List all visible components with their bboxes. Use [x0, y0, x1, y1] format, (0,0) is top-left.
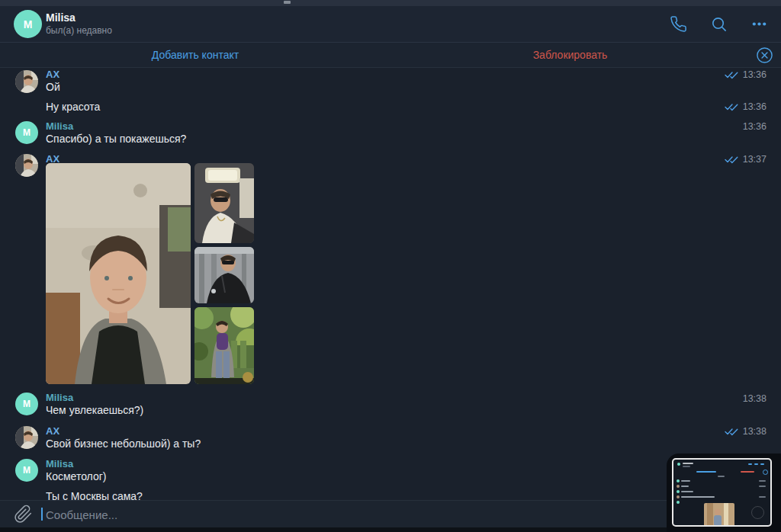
avatar-initial: M: [23, 465, 31, 476]
sender-name[interactable]: AX: [46, 425, 59, 437]
message-text: Ну красота: [46, 101, 100, 113]
pip-name-line: [683, 463, 693, 464]
message-time: 13:38: [743, 393, 767, 404]
pip-row-time: [759, 480, 766, 482]
pip-row-dot: [677, 485, 680, 488]
message-meta: 13:37: [725, 154, 767, 165]
message-meta: 13:36: [743, 121, 767, 132]
photo-small-car-sunroof[interactable]: [194, 163, 254, 243]
pip-row-dot: [677, 490, 680, 493]
message-meta: 13:38: [743, 393, 767, 404]
avatar-initial: M: [23, 399, 31, 409]
avatar[interactable]: [15, 154, 38, 177]
pip-avatar-dot: [677, 463, 680, 466]
pip-row-dot: [677, 495, 680, 498]
contact-name[interactable]: Milisa: [46, 11, 76, 24]
message-time: 13:36: [743, 69, 767, 80]
pip-icon-mark: [748, 463, 752, 465]
window-top-mark: [284, 1, 291, 4]
message-time: 13:36: [743, 101, 767, 112]
pip-add-contact-line: [696, 471, 716, 473]
avatar[interactable]: [15, 426, 38, 449]
photo-small-leather-jacket[interactable]: [194, 247, 254, 303]
message-meta: 13:36: [725, 101, 767, 112]
pip-row-line: [681, 496, 715, 498]
avatar[interactable]: [15, 70, 38, 93]
contact-status: был(а) недавно: [46, 25, 112, 36]
message-list[interactable]: AX Ой 13:36 Ну красота 13:36 M Milisa Сп…: [0, 68, 781, 500]
photo-large-car-selfie[interactable]: [46, 163, 191, 384]
pip-status-line: [683, 466, 690, 467]
pip-row-line: [681, 491, 693, 492]
pip-screenshot-thumbnail[interactable]: [672, 458, 772, 527]
text-caret: [41, 508, 43, 521]
avatar[interactable]: M: [15, 393, 38, 415]
message-input[interactable]: [44, 504, 535, 525]
pip-row-dot: [677, 501, 680, 504]
avatar[interactable]: M: [15, 459, 38, 482]
double-check-icon: [725, 102, 739, 111]
contact-avatar[interactable]: M: [14, 10, 42, 38]
message-meta: 13:38: [725, 426, 767, 437]
message-time: 13:37: [743, 154, 767, 165]
message-text: Спасибо) а ты покажешься?: [46, 133, 186, 145]
header-actions: [668, 6, 769, 42]
close-circle-icon[interactable]: [755, 46, 773, 64]
message-text-partial: Ты с Москвы сама?: [46, 490, 143, 500]
ax-avatar-photo: [15, 154, 38, 177]
composer-bar: [0, 500, 781, 527]
double-check-icon: [725, 427, 739, 436]
add-contact-button[interactable]: Добавить контакт: [0, 43, 390, 67]
window-bottom-strip: [0, 527, 781, 532]
contact-action-bar: Добавить контакт Заблокировать: [0, 43, 781, 68]
message-meta: 13:36: [725, 69, 767, 80]
pip-icon-mark: [760, 463, 764, 465]
photo-small-park[interactable]: [194, 307, 254, 384]
avatar-initial: M: [23, 127, 31, 138]
sender-name[interactable]: Milisa: [46, 458, 73, 470]
message-text: Ой: [46, 81, 60, 93]
pip-row-time: [759, 496, 766, 498]
pip-photo: [704, 503, 734, 527]
pip-row-line: [681, 480, 690, 482]
ax-avatar-photo: [15, 426, 38, 449]
window-top-strip: [0, 0, 781, 6]
message-text: Чем увлекаешься?): [46, 404, 143, 416]
double-check-icon: [725, 70, 739, 79]
contact-avatar-initial: M: [24, 18, 33, 30]
search-icon[interactable]: [709, 14, 728, 34]
double-check-icon: [725, 155, 739, 164]
pip-row-line: [681, 486, 689, 487]
message-time: 13:36: [743, 121, 767, 132]
sender-name[interactable]: AX: [46, 69, 59, 80]
chat-header: M Milisa был(а) недавно: [0, 6, 781, 43]
sender-name[interactable]: Milisa: [46, 120, 73, 132]
pip-watermark-icon: [751, 506, 764, 519]
attach-icon[interactable]: [14, 505, 33, 524]
phone-icon[interactable]: [668, 14, 688, 34]
more-icon[interactable]: [749, 14, 769, 34]
message-text: Свой бизнес небольшой) а ты?: [46, 437, 201, 450]
pip-block-line: [741, 471, 754, 473]
chat-window: M Milisa был(а) недавно Добавить контакт…: [0, 0, 781, 532]
pip-row-time: [759, 486, 766, 487]
sender-name[interactable]: Milisa: [46, 392, 73, 403]
pip-icon-mark: [754, 463, 758, 465]
pip-close-dot: [763, 470, 768, 475]
pip-row-dot: [677, 479, 680, 482]
message-text: Косметолог): [46, 470, 107, 482]
ax-avatar-photo: [15, 70, 38, 93]
pip-date-line: [718, 476, 725, 477]
message-time: 13:38: [743, 426, 767, 437]
block-button[interactable]: Заблокировать: [390, 43, 750, 67]
avatar[interactable]: M: [15, 121, 38, 144]
